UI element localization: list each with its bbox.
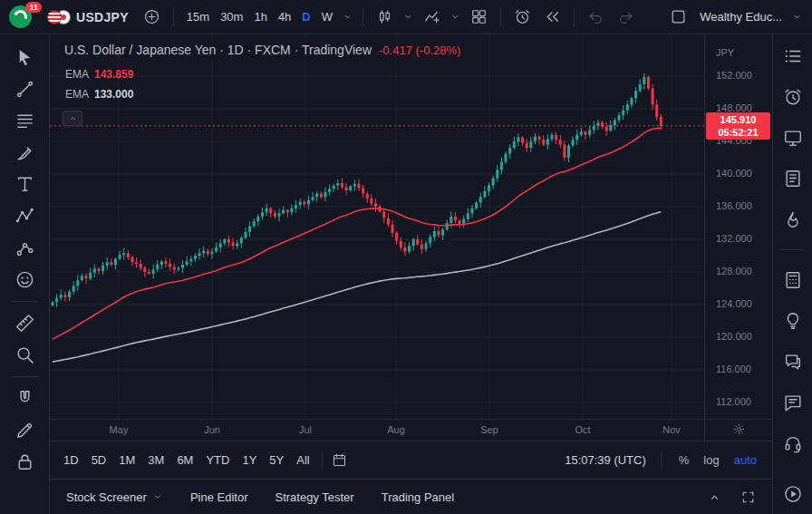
brush-tool[interactable] xyxy=(7,137,42,169)
undo-button[interactable] xyxy=(582,5,610,29)
layout-grid-button[interactable] xyxy=(465,5,493,29)
toolbar-divider xyxy=(661,451,662,470)
chart-pane[interactable]: U.S. Dollar / Japanese Yen · 1D · FXCM ·… xyxy=(50,34,772,441)
chart-legend-title[interactable]: U.S. Dollar / Japanese Yen · 1D · FXCM ·… xyxy=(61,42,464,58)
pine-editor-tab[interactable]: Pine Editor xyxy=(190,490,248,504)
indicator-row[interactable]: EMA143.859 xyxy=(61,67,138,82)
toolbar-divider xyxy=(574,7,575,27)
add-symbol-button[interactable] xyxy=(138,5,166,29)
xabcd-pattern-tool[interactable] xyxy=(7,200,42,232)
range-All[interactable]: All xyxy=(290,450,315,470)
calendar-go-icon xyxy=(332,452,347,468)
layout-menu-button[interactable] xyxy=(789,7,805,26)
interval-D[interactable]: D xyxy=(296,6,315,27)
fib-retracement-tool[interactable] xyxy=(7,105,42,137)
notebook-button[interactable] xyxy=(779,168,807,189)
drawing-toolbar xyxy=(0,34,50,514)
chevron-down-icon xyxy=(152,491,163,502)
trading-panel-tab[interactable]: Trading Panel xyxy=(382,490,454,504)
chart-type-button[interactable] xyxy=(371,5,399,29)
range-YTD[interactable]: YTD xyxy=(199,450,236,470)
time-axis[interactable]: MayJunJulAugSepOctNov xyxy=(50,419,704,441)
ruler-icon xyxy=(14,313,35,334)
symbol-name: USDJPY xyxy=(76,10,129,24)
stock-screener-tab[interactable]: Stock Screener xyxy=(66,490,163,504)
undo-icon xyxy=(587,8,604,25)
gear-icon xyxy=(732,422,746,436)
ruler-tool[interactable] xyxy=(7,307,42,339)
clock[interactable]: 15:07:39 (UTC) xyxy=(565,453,646,467)
top-toolbar: 11 USDJPY 15m30m1h4hDW Wealthy Educ... xyxy=(0,0,812,34)
symbol-search-button[interactable]: USDJPY xyxy=(40,7,136,27)
ideas-icon xyxy=(783,209,803,229)
interval-30m[interactable]: 30m xyxy=(215,6,248,27)
range-5D[interactable]: 5D xyxy=(85,450,113,470)
layout-name-button[interactable]: Wealthy Educ... xyxy=(694,6,788,27)
news-button[interactable] xyxy=(779,127,807,149)
emoji-tool[interactable] xyxy=(7,264,42,296)
price-tick: 116.000 xyxy=(716,364,751,374)
range-1M[interactable]: 1M xyxy=(112,450,141,470)
trend-line-tool[interactable] xyxy=(7,73,42,105)
draw-tool[interactable] xyxy=(7,414,42,446)
play-circle-button[interactable] xyxy=(779,483,807,505)
auto-scale-toggle[interactable]: auto xyxy=(731,451,759,469)
watchlist-button[interactable] xyxy=(779,45,807,67)
panel-collapse-button[interactable] xyxy=(707,490,722,505)
interval-group: 15m30m1h4hDW xyxy=(181,6,338,27)
ideas-button[interactable] xyxy=(779,209,807,230)
tab-label: Trading Panel xyxy=(382,490,454,504)
messages-button[interactable] xyxy=(779,392,807,413)
trend-line-icon xyxy=(14,79,35,100)
panel-fullscreen-button[interactable] xyxy=(740,490,756,505)
alarm-clock-icon xyxy=(783,87,803,107)
layout-name: Wealthy Educ... xyxy=(700,10,782,24)
indicator-templates-button[interactable] xyxy=(448,7,463,26)
chats-button[interactable] xyxy=(779,351,807,373)
support-button[interactable] xyxy=(779,432,807,454)
percent-scale-toggle[interactable]: % xyxy=(676,451,692,469)
log-scale-toggle[interactable]: log xyxy=(701,451,721,469)
indicator-row[interactable]: EMA133.000 xyxy=(61,87,138,102)
app-logo[interactable]: 11 xyxy=(7,5,38,30)
range-1Y[interactable]: 1Y xyxy=(236,450,263,470)
range-6M[interactable]: 6M xyxy=(170,450,199,470)
range-3M[interactable]: 3M xyxy=(141,450,170,470)
indicators-button[interactable] xyxy=(418,5,446,29)
cursor-tool[interactable] xyxy=(7,42,42,73)
candlestick-chart[interactable] xyxy=(50,34,704,419)
pane-collapse-button[interactable] xyxy=(63,111,82,126)
alert-button[interactable] xyxy=(508,5,536,29)
symbol-description: U.S. Dollar / Japanese Yen · 1D · FXCM ·… xyxy=(64,43,372,57)
interval-4h[interactable]: 4h xyxy=(273,6,296,27)
zoom-tool[interactable] xyxy=(7,339,42,371)
brush-icon xyxy=(14,142,35,163)
lightbulb-button[interactable] xyxy=(779,310,807,332)
lock-tool[interactable] xyxy=(7,446,42,478)
replay-button[interactable] xyxy=(538,5,566,29)
forecast-tool[interactable] xyxy=(7,232,42,264)
chart-settings-button[interactable] xyxy=(732,422,746,439)
price-tick: 112.000 xyxy=(716,396,751,407)
layout-select-button[interactable] xyxy=(664,5,692,29)
intervals-expand-button[interactable] xyxy=(340,7,355,26)
chart-type-expand-button[interactable] xyxy=(401,7,416,26)
price-axis[interactable]: JPY 152.000148.000144.000140.000136.0001… xyxy=(704,34,772,419)
screener-button[interactable] xyxy=(779,269,807,291)
magnet-icon xyxy=(14,388,35,409)
range-toolbar: 1D5D1M3M6MYTD1Y5YAll 15:07:39 (UTC) % lo… xyxy=(50,441,772,479)
interval-15m[interactable]: 15m xyxy=(181,6,215,27)
strategy-tester-tab[interactable]: Strategy Tester xyxy=(275,490,353,504)
text-tool-tool[interactable] xyxy=(7,169,42,200)
alarm-clock-button[interactable] xyxy=(779,86,807,108)
cursor-icon xyxy=(14,47,35,68)
range-1D[interactable]: 1D xyxy=(57,450,85,470)
range-5Y[interactable]: 5Y xyxy=(263,450,290,470)
axis-settings-corner[interactable] xyxy=(704,419,772,441)
go-to-date-button[interactable] xyxy=(328,449,351,471)
redo-button[interactable] xyxy=(612,5,640,29)
interval-W[interactable]: W xyxy=(316,6,338,27)
toolbar-divider xyxy=(173,7,174,27)
magnet-tool[interactable] xyxy=(7,383,42,414)
interval-1h[interactable]: 1h xyxy=(248,6,272,27)
